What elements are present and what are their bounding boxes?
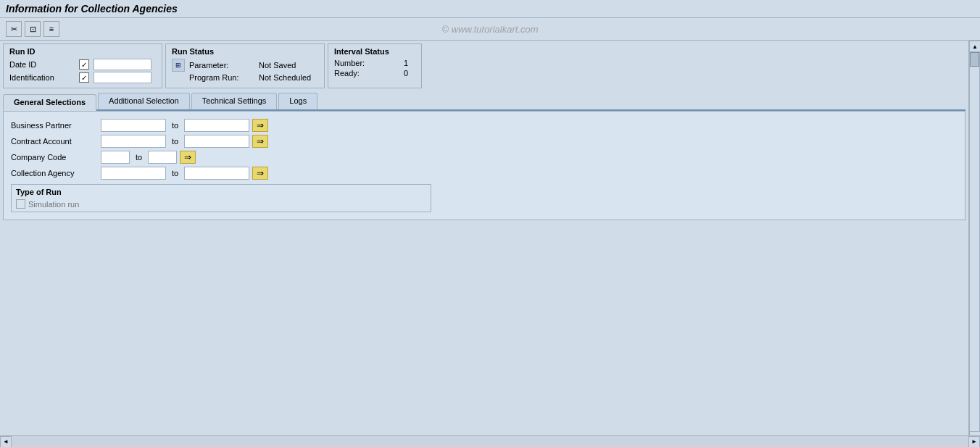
interval-status-box: Interval Status Number: 1 Ready: 0 xyxy=(328,43,422,88)
identification-input[interactable] xyxy=(94,72,151,83)
program-run-value: Not Scheduled xyxy=(259,73,311,82)
bottom-scrollbar: ◄ ► xyxy=(0,435,980,443)
business-partner-row: Business Partner to ⇒ xyxy=(11,119,958,132)
date-id-checkbox[interactable]: ✓ xyxy=(79,59,89,70)
contract-account-to-label: to xyxy=(172,137,178,146)
parameter-label: Parameter: xyxy=(189,61,254,70)
scroll-track xyxy=(969,52,980,431)
form-area: Business Partner to ⇒ Contract Account t… xyxy=(3,111,966,220)
date-id-row: Date ID ✓ xyxy=(9,59,156,70)
simulation-run-label: Simulation run xyxy=(28,200,79,209)
collection-agency-row: Collection Agency to ⇒ xyxy=(11,167,958,180)
number-label: Number: xyxy=(334,59,399,67)
run-id-box: Run ID Date ID ✓ Identification ✓ xyxy=(3,43,162,88)
scissors-button[interactable]: ✂ xyxy=(6,21,22,37)
ready-label: Ready: xyxy=(334,69,399,78)
tab-additional-selection[interactable]: Additional Selection xyxy=(98,93,190,109)
business-partner-label: Business Partner xyxy=(11,121,98,130)
ready-value: 0 xyxy=(404,69,408,78)
parameter-row: ⊞ Parameter: Not Saved xyxy=(172,59,318,72)
scroll-thumb[interactable] xyxy=(970,52,979,67)
collection-agency-label: Collection Agency xyxy=(11,169,98,177)
scroll-up-button[interactable]: ▲ xyxy=(969,41,980,52)
tab-technical-settings[interactable]: Technical Settings xyxy=(191,93,278,109)
company-code-arrow-button[interactable]: ⇒ xyxy=(180,151,196,164)
contract-account-arrow-button[interactable]: ⇒ xyxy=(252,135,268,148)
info-panel: Run ID Date ID ✓ Identification ✓ Run St… xyxy=(3,43,966,88)
run-status-box: Run Status ⊞ Parameter: Not Saved Progra… xyxy=(165,43,325,88)
scroll-left-button[interactable]: ◄ xyxy=(0,436,12,443)
menu-button[interactable]: ≡ xyxy=(43,21,59,37)
page-title: Information for Collection Agencies xyxy=(6,3,974,14)
type-of-run-box: Type of Run Simulation run xyxy=(11,184,431,212)
tab-logs[interactable]: Logs xyxy=(278,93,317,109)
number-value: 1 xyxy=(404,59,408,67)
watermark: © www.tutorialkart.com xyxy=(441,24,538,35)
collection-agency-to-label: to xyxy=(172,169,178,177)
toolbar: ✂ ⊡ ≡ © www.tutorialkart.com xyxy=(0,18,980,41)
collection-agency-to-input[interactable] xyxy=(184,167,249,180)
right-scrollbar: ▲ ▼ xyxy=(968,41,980,443)
identification-label: Identification xyxy=(9,73,75,82)
business-partner-to-label: to xyxy=(172,121,178,130)
tabs-container: General Selections Additional Selection … xyxy=(3,93,966,111)
simulation-run-checkbox[interactable] xyxy=(16,199,25,209)
run-id-title: Run ID xyxy=(9,47,156,56)
contract-account-to-input[interactable] xyxy=(184,135,249,148)
tab-general-selections[interactable]: General Selections xyxy=(3,94,96,111)
program-run-label: Program Run: xyxy=(189,73,254,82)
ready-row: Ready: 0 xyxy=(334,69,415,78)
collection-agency-arrow-button[interactable]: ⇒ xyxy=(252,167,268,180)
collection-agency-from-input[interactable] xyxy=(101,167,166,180)
program-run-row: Program Run: Not Scheduled xyxy=(172,73,318,82)
number-row: Number: 1 xyxy=(334,59,415,67)
param-icon: ⊞ xyxy=(172,59,185,72)
scroll-right-button[interactable]: ► xyxy=(968,436,980,443)
contract-account-row: Contract Account to ⇒ xyxy=(11,135,958,148)
bottom-scroll-track xyxy=(12,436,968,443)
contract-account-from-input[interactable] xyxy=(101,135,166,148)
company-code-from-input[interactable] xyxy=(101,151,130,164)
business-partner-arrow-button[interactable]: ⇒ xyxy=(252,119,268,132)
content-area: Run ID Date ID ✓ Identification ✓ Run St… xyxy=(0,41,968,443)
simulation-run-row: Simulation run xyxy=(16,199,426,209)
date-id-input[interactable] xyxy=(94,59,151,70)
business-partner-from-input[interactable] xyxy=(101,119,166,132)
date-id-label: Date ID xyxy=(9,60,75,69)
business-partner-to-input[interactable] xyxy=(184,119,249,132)
type-of-run-title: Type of Run xyxy=(16,188,426,196)
identification-checkbox[interactable]: ✓ xyxy=(79,72,89,83)
interval-status-title: Interval Status xyxy=(334,47,415,56)
identification-row: Identification ✓ xyxy=(9,72,156,83)
copy-button[interactable]: ⊡ xyxy=(25,21,41,37)
parameter-value: Not Saved xyxy=(259,61,296,70)
company-code-to-label: to xyxy=(136,153,142,162)
contract-account-label: Contract Account xyxy=(11,137,98,146)
company-code-to-input[interactable] xyxy=(148,151,177,164)
run-status-title: Run Status xyxy=(172,47,318,56)
company-code-row: Company Code to ⇒ xyxy=(11,151,958,164)
title-bar: Information for Collection Agencies xyxy=(0,0,980,18)
company-code-label: Company Code xyxy=(11,153,98,162)
